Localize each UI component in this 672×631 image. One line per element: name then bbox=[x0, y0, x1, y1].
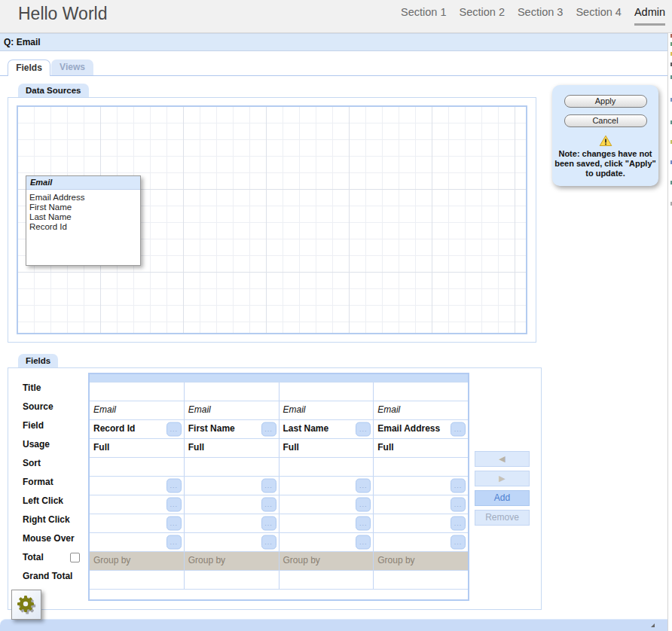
row-label-source: Source bbox=[23, 398, 83, 416]
cell-format-4[interactable]: ... bbox=[374, 477, 468, 495]
cell-total-3[interactable]: Group by bbox=[279, 552, 374, 570]
cell-mouse-over-2[interactable]: ... bbox=[185, 533, 279, 551]
source-field-item[interactable]: Last Name bbox=[29, 212, 140, 222]
cancel-button[interactable]: Cancel bbox=[564, 114, 647, 127]
tab-strip-divider bbox=[0, 75, 668, 76]
cell-sort-2[interactable] bbox=[185, 458, 279, 476]
left-click-ellipsis-button[interactable]: ... bbox=[261, 498, 276, 512]
cell-total-2[interactable]: Group by bbox=[185, 552, 279, 570]
cell-grand-total-2[interactable] bbox=[185, 571, 279, 589]
nav-admin[interactable]: Admin bbox=[634, 6, 665, 26]
source-field-item[interactable]: Record Id bbox=[29, 222, 140, 232]
cell-total-1[interactable]: Group by bbox=[90, 552, 185, 570]
cell-left-click-3[interactable]: ... bbox=[279, 495, 374, 514]
cell-sort-3[interactable] bbox=[279, 458, 374, 476]
row-left-click: ... ... ... ... bbox=[90, 495, 468, 514]
total-checkbox[interactable] bbox=[70, 553, 80, 562]
email-source-title[interactable]: Email bbox=[26, 176, 140, 190]
row-label-sort: Sort bbox=[23, 454, 83, 473]
cell-mouse-over-4[interactable]: ... bbox=[374, 533, 468, 551]
settings-button[interactable] bbox=[11, 590, 41, 620]
left-click-ellipsis-button[interactable]: ... bbox=[356, 498, 371, 512]
field-value: Last Name bbox=[283, 423, 329, 434]
cell-sort-1[interactable] bbox=[90, 458, 185, 476]
fields-table-top-strip bbox=[90, 374, 468, 382]
left-click-ellipsis-button[interactable]: ... bbox=[451, 498, 466, 512]
data-sources-panel-label: Data Sources bbox=[18, 84, 89, 97]
right-click-ellipsis-button[interactable]: ... bbox=[356, 517, 371, 531]
row-source: Email Email Email Email bbox=[90, 401, 468, 419]
cell-usage-4[interactable]: Full bbox=[374, 439, 468, 457]
cell-format-1[interactable]: ... bbox=[90, 477, 185, 495]
cell-mouse-over-3[interactable]: ... bbox=[279, 533, 374, 551]
cell-mouse-over-1[interactable]: ... bbox=[90, 533, 185, 551]
mouse-over-ellipsis-button[interactable]: ... bbox=[261, 535, 276, 550]
mouse-over-ellipsis-button[interactable]: ... bbox=[166, 535, 182, 550]
row-usage: Full Full Full Full bbox=[90, 438, 468, 457]
cell-right-click-4[interactable]: ... bbox=[374, 514, 468, 532]
cell-sort-4[interactable] bbox=[374, 458, 468, 476]
left-click-ellipsis-button[interactable]: ... bbox=[166, 498, 182, 512]
cell-title-3[interactable] bbox=[279, 383, 374, 401]
cell-field-2[interactable]: First Name... bbox=[185, 420, 279, 438]
cell-format-2[interactable]: ... bbox=[185, 477, 279, 495]
move-right-button[interactable]: ▶ bbox=[475, 471, 530, 486]
cell-source-2[interactable]: Email bbox=[185, 401, 279, 419]
move-left-button[interactable]: ◀ bbox=[475, 451, 530, 467]
cell-right-click-1[interactable]: ... bbox=[90, 514, 185, 532]
cell-grand-total-4[interactable] bbox=[374, 571, 468, 589]
cell-total-4[interactable]: Group by bbox=[374, 552, 468, 570]
add-button[interactable]: Add bbox=[475, 490, 530, 506]
cell-source-1[interactable]: Email bbox=[90, 401, 185, 419]
source-field-item[interactable]: First Name bbox=[29, 203, 140, 212]
apply-button[interactable]: Apply bbox=[564, 95, 647, 108]
source-field-item[interactable]: Email Address bbox=[29, 193, 140, 203]
right-click-ellipsis-button[interactable]: ... bbox=[166, 517, 182, 531]
format-ellipsis-button[interactable]: ... bbox=[261, 479, 276, 493]
cell-title-1[interactable] bbox=[90, 383, 185, 401]
cell-title-4[interactable] bbox=[374, 383, 468, 401]
cell-title-2[interactable] bbox=[185, 383, 279, 401]
tab-fields[interactable]: Fields bbox=[8, 59, 50, 76]
format-ellipsis-button[interactable]: ... bbox=[451, 479, 466, 493]
nav-section-2[interactable]: Section 2 bbox=[459, 6, 504, 20]
cell-left-click-1[interactable]: ... bbox=[90, 495, 185, 514]
field-ellipsis-button[interactable]: ... bbox=[451, 422, 466, 437]
cell-grand-total-1[interactable] bbox=[90, 571, 185, 589]
tab-views[interactable]: Views bbox=[51, 59, 93, 75]
row-label-left-click: Left Click bbox=[23, 492, 83, 511]
field-ellipsis-button[interactable]: ... bbox=[261, 422, 276, 437]
cell-usage-3[interactable]: Full bbox=[279, 439, 374, 457]
app-title: Hello World bbox=[18, 4, 107, 24]
field-ellipsis-button[interactable]: ... bbox=[356, 422, 371, 437]
format-ellipsis-button[interactable]: ... bbox=[356, 479, 371, 493]
email-source-box[interactable]: Email Email Address First Name Last Name… bbox=[26, 175, 141, 266]
right-click-ellipsis-button[interactable]: ... bbox=[261, 517, 276, 531]
cell-right-click-3[interactable]: ... bbox=[279, 514, 374, 532]
cell-usage-2[interactable]: Full bbox=[185, 439, 279, 457]
cell-field-4[interactable]: Email Address... bbox=[374, 420, 468, 438]
data-sources-canvas[interactable]: Email Email Address First Name Last Name… bbox=[17, 105, 527, 334]
nav-section-3[interactable]: Section 3 bbox=[518, 6, 563, 20]
cell-field-3[interactable]: Last Name... bbox=[279, 420, 374, 438]
cell-source-3[interactable]: Email bbox=[279, 401, 374, 419]
mouse-over-ellipsis-button[interactable]: ... bbox=[451, 535, 466, 550]
nav-section-1[interactable]: Section 1 bbox=[401, 6, 446, 20]
email-source-fields: Email Address First Name Last Name Recor… bbox=[26, 190, 140, 232]
cell-right-click-2[interactable]: ... bbox=[185, 514, 279, 532]
format-ellipsis-button[interactable]: ... bbox=[166, 479, 182, 493]
unsaved-note-text: Note: changes have not been saved, click… bbox=[554, 149, 658, 178]
cell-source-4[interactable]: Email bbox=[374, 401, 468, 419]
cell-left-click-2[interactable]: ... bbox=[185, 495, 279, 514]
field-ellipsis-button[interactable]: ... bbox=[166, 422, 182, 437]
right-click-ellipsis-button[interactable]: ... bbox=[451, 517, 466, 531]
cell-left-click-4[interactable]: ... bbox=[374, 495, 468, 514]
remove-button[interactable]: Remove bbox=[475, 510, 530, 526]
fields-table: Email Email Email Email Record Id... Fir… bbox=[88, 373, 469, 601]
nav-section-4[interactable]: Section 4 bbox=[576, 6, 621, 20]
cell-usage-1[interactable]: Full bbox=[90, 439, 185, 457]
mouse-over-ellipsis-button[interactable]: ... bbox=[356, 535, 371, 550]
cell-format-3[interactable]: ... bbox=[279, 477, 374, 495]
cell-grand-total-3[interactable] bbox=[279, 571, 374, 589]
cell-field-1[interactable]: Record Id... bbox=[90, 420, 185, 438]
